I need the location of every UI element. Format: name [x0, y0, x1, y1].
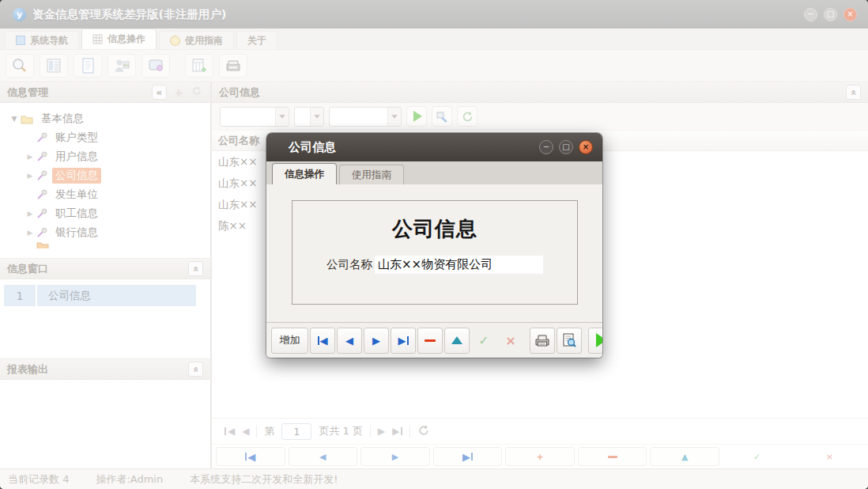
dialog-tab-info-operation[interactable]: 信息操作	[272, 163, 337, 184]
company-info-dialog: 公司信息 − □ × 信息操作 使用指南 公司信息 公司名称	[266, 133, 602, 358]
print-icon	[534, 332, 550, 348]
cancel-record-icon: ×	[505, 333, 515, 348]
dialog-window-controls: − □ ×	[539, 140, 593, 154]
print-preview-icon	[561, 332, 577, 348]
dialog-body: 公司信息 公司名称	[266, 184, 602, 322]
form-heading: 公司信息	[292, 215, 577, 243]
add-button[interactable]: 增加	[271, 328, 308, 354]
next-record-button[interactable]: ▶	[364, 328, 389, 354]
dialog-close-icon[interactable]: ×	[579, 140, 593, 154]
cancel-record-button[interactable]: ×	[498, 328, 523, 354]
prev-record-icon: ◀	[345, 335, 353, 346]
run-icon	[596, 333, 603, 347]
desktop-background: y 资金信息管理系统差异版(非注册用户) − □ × 系统导航 信息操作	[0, 0, 868, 489]
last-record-icon: ▶	[398, 335, 409, 346]
run-button[interactable]	[588, 328, 602, 354]
dialog-title: 公司信息	[289, 140, 336, 155]
prev-record-button[interactable]: ◀	[337, 328, 362, 354]
tab-label: 使用指南	[352, 169, 391, 182]
delete-record-icon	[425, 339, 436, 342]
dialog-maximize-icon[interactable]: □	[559, 140, 573, 154]
first-record-icon: ◀	[318, 335, 328, 346]
dialog-tab-user-guide[interactable]: 使用指南	[339, 165, 404, 184]
post-record-button[interactable]: ✓	[471, 328, 496, 354]
company-name-field[interactable]	[375, 256, 543, 274]
last-record-button[interactable]: ▶	[391, 328, 416, 354]
dialog-button-bar: 增加 ◀ ◀ ▶ ▶ ✓ ×	[266, 322, 602, 358]
delete-record-button[interactable]	[417, 328, 443, 354]
first-record-button[interactable]: ◀	[310, 328, 335, 354]
print-button[interactable]	[530, 328, 555, 354]
print-preview-button[interactable]	[557, 328, 582, 354]
dialog-tabstrip: 信息操作 使用指南	[266, 161, 602, 184]
edit-record-button[interactable]	[444, 328, 470, 354]
tab-label: 信息操作	[285, 168, 324, 181]
company-info-fieldset: 公司信息 公司名称	[292, 200, 578, 305]
next-record-icon: ▶	[372, 335, 380, 346]
dialog-minimize-icon[interactable]: −	[539, 140, 553, 154]
edit-record-icon	[451, 336, 462, 344]
post-record-icon: ✓	[478, 333, 489, 348]
dialog-titlebar: 公司信息 − □ ×	[266, 133, 602, 161]
company-name-label: 公司名称	[326, 257, 372, 272]
